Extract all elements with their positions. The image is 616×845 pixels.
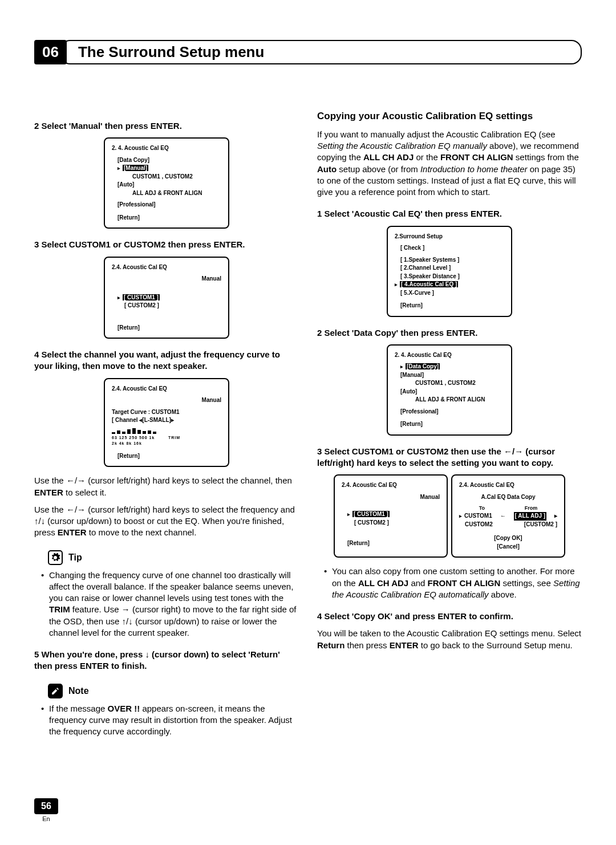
note-label: Note (68, 685, 89, 697)
arrow-down-icon: ↓ (128, 616, 133, 626)
osd-line: [ 1.Speaker Systems ] (395, 256, 504, 265)
osd-return: [Return] (112, 324, 221, 332)
arrow-right-icon: → (77, 476, 86, 485)
arrow-down-icon: ↓ (145, 649, 149, 659)
osd-title: 2.4. Acoustic Cal EQ (112, 263, 221, 272)
osd-line: [Auto] (112, 181, 221, 189)
chapter-title: The Surround Setup menu (78, 43, 569, 61)
step-4-heading: 4 Select the channel you want, adjust th… (34, 349, 299, 372)
osd-subtitle: Manual (112, 275, 221, 283)
osd-copy-ok: [Copy OK] (459, 534, 557, 543)
osd-return: [Return] (395, 302, 504, 310)
osd-target-curve: Target Curve : CUSTOM1 (112, 408, 221, 417)
step-5-heading: 5 When you're done, press ↓ (cursor down… (34, 649, 299, 672)
instruction-paragraph: Use the ←/→ (cursor left/right) hard key… (34, 504, 299, 539)
osd-line: CUSTOM2 (459, 521, 493, 529)
page-footer: 56 En (34, 798, 58, 822)
osd-line-selected: [ CUSTOM1 ] (112, 294, 221, 302)
osd-eq-adjust: 2.4. Acoustic Cal EQ Manual Target Curve… (104, 378, 229, 468)
outro-paragraph: You will be taken to the Acoustic Calibr… (317, 628, 582, 651)
osd-line: [Professional] (395, 408, 504, 416)
osd-return: [Return] (112, 214, 221, 222)
osd-highlight: [Data Copy] (406, 363, 440, 369)
arrow-right-icon: → (514, 446, 523, 456)
osd-line: [Data Copy] (112, 156, 221, 165)
arrow-up-icon: ↑ (34, 516, 39, 526)
eq-freq-labels: 63 125 250 500 1k 2k 4k 8k 16k (112, 435, 157, 446)
osd-line: [ Check ] (395, 244, 504, 253)
chapter-number-badge: 06 (34, 40, 67, 64)
osd-subtitle: Manual (112, 396, 221, 405)
osd-line: ALL ADJ & FRONT ALIGN (112, 189, 221, 198)
left-column: 2 Select 'Manual' then press ENTER. 2. 4… (34, 110, 299, 740)
copy-note-item: You can also copy from one custom settin… (324, 566, 582, 600)
eq-graph: 63 125 250 500 1k 2k 4k 8k 16k TRIM (112, 428, 221, 446)
gear-icon (48, 550, 63, 565)
osd-highlight: [ 4.Acoustic Cal EQ ] (400, 281, 458, 287)
r-step-1-heading: 1 Select 'Acoustic Cal EQ' then press EN… (317, 208, 582, 220)
osd-subtitle: Manual (342, 493, 440, 502)
right-column: Copying your Acoustic Calibration EQ set… (317, 110, 582, 740)
osd-title: 2. 4. Acoustic Cal EQ (395, 351, 504, 360)
tip-item: Changing the frequency curve of one chan… (41, 570, 299, 639)
chapter-header: 06 The Surround Setup menu (34, 40, 582, 64)
osd-line-selected: [Data Copy] (395, 363, 504, 371)
tip-header: Tip (48, 550, 299, 565)
r-step-4-heading: 4 Select 'Copy OK' and press ENTER to co… (317, 611, 582, 622)
osd-line: [ CUSTOM2 ] (112, 302, 221, 310)
osd-to-label: To (479, 505, 485, 512)
tip-list: Changing the frequency curve of one chan… (34, 570, 299, 639)
osd-line: [ 3.Speaker Distance ] (395, 273, 504, 281)
arrow-left-icon: ← (66, 505, 75, 514)
note-list: If the message OVER !! appears on-screen… (34, 703, 299, 738)
chapter-title-wrap: The Surround Setup menu (60, 40, 582, 64)
osd-return: [Return] (342, 539, 440, 548)
osd-custom-select: 2.4. Acoustic Cal EQ Manual [ CUSTOM1 ] … (104, 257, 229, 339)
osd-title: 2.4. Acoustic Cal EQ (342, 481, 440, 490)
osd-title: 2.Surround Setup (395, 233, 504, 241)
osd-line-selected: [ CUSTOM1 ] (342, 510, 440, 519)
osd-cancel: [Cancel] (459, 543, 557, 551)
arrow-right-icon: ▸ (554, 512, 557, 521)
osd-title: 2.4. Acoustic Cal EQ (459, 481, 557, 490)
osd-return: [Return] (395, 420, 504, 429)
osd-highlight: [ CUSTOM1 ] (123, 294, 160, 300)
osd-line: [Auto] (395, 388, 504, 396)
osd-subtitle: A.Cal EQ Data Copy (459, 493, 557, 502)
page-number-badge: 56 (34, 798, 58, 814)
osd-pair: 2.4. Acoustic Cal EQ Manual [ CUSTOM1 ] … (317, 474, 582, 558)
osd-line: [ CUSTOM2 ] (342, 519, 440, 527)
osd-line: ALL ADJ & FRONT ALIGN (395, 396, 504, 404)
step-2-heading: 2 Select 'Manual' then press ENTER. (34, 120, 299, 132)
r-step-3-heading: 3 Select CUSTOM1 or CUSTOM2 then use the… (317, 446, 582, 469)
note-item: If the message OVER !! appears on-screen… (41, 703, 299, 738)
pencil-icon (48, 684, 63, 698)
intro-paragraph: If you want to manually adjust the Acous… (317, 129, 582, 198)
osd-line: CUSTOM1 , CUSTOM2 (395, 379, 504, 388)
osd-line-selected: [ 4.Acoustic Cal EQ ] (395, 281, 504, 289)
osd-channel: [ Channel ◂[L-SMALL]▸ (112, 416, 221, 425)
osd-from-label: From (525, 505, 538, 512)
arrow-left-icon: ← (504, 446, 512, 456)
arrow-left-icon: ← (66, 476, 75, 485)
osd-title: 2. 4. Acoustic Cal EQ (112, 144, 221, 153)
instruction-paragraph: Use the ←/→ (cursor left/right) hard key… (34, 475, 299, 498)
osd-line: CUSTOM1 (459, 512, 492, 521)
osd-line: [Manual] (395, 371, 504, 380)
r-step-2-heading: 2 Select 'Data Copy' then press ENTER. (317, 327, 582, 339)
page-language: En (34, 815, 58, 822)
step-3-heading: 3 Select CUSTOM1 or CUSTOM2 then press E… (34, 239, 299, 250)
arrow-left-icon: ← (500, 512, 506, 521)
osd-highlight: [ CUSTOM1 ] (352, 511, 390, 517)
note-header: Note (48, 684, 299, 698)
osd-line: [CUSTOM2 ] (524, 521, 557, 529)
arrow-right-icon: → (77, 505, 86, 514)
arrow-up-icon: ↑ (122, 616, 127, 626)
copy-note-list: You can also copy from one custom settin… (317, 566, 582, 600)
osd-title: 2.4. Acoustic Cal EQ (112, 385, 221, 393)
arrow-right-icon: → (121, 604, 130, 614)
osd-line-selected: [Manual] (112, 164, 221, 173)
osd-data-copy: 2. 4. Acoustic Cal EQ [Data Copy] [Manua… (387, 344, 512, 436)
osd-manual-select: 2. 4. Acoustic Cal EQ [Data Copy] [Manua… (104, 137, 229, 229)
osd-highlight: [Manual] (123, 165, 148, 171)
